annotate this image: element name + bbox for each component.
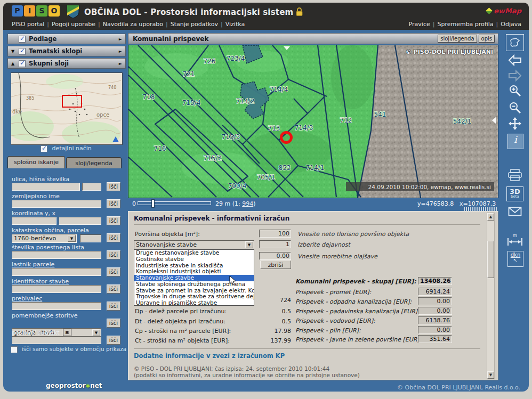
subject-filter-checkbox[interactable]	[11, 346, 18, 353]
pan-button[interactable]	[506, 117, 524, 132]
scroll-up-icon[interactable]: ▲	[487, 213, 494, 221]
scale-slider-handle[interactable]	[151, 199, 155, 208]
dropdown-arrow-icon[interactable]: ▼	[92, 329, 100, 336]
area-input[interactable]	[259, 230, 291, 238]
search-business-button[interactable]: išči	[107, 336, 120, 345]
svg-text:700/4: 700/4	[228, 182, 247, 190]
coordinate-x-input[interactable]	[59, 217, 101, 225]
search-parcel-button[interactable]: išči	[107, 233, 120, 242]
deed-number-input[interactable]	[12, 251, 101, 259]
more-info-link[interactable]: Dodatne informacije v zvezi z izračunom …	[134, 352, 285, 360]
podlage-checkbox[interactable]	[19, 36, 26, 43]
dropdown-arrow-icon[interactable]: ▼	[68, 235, 76, 242]
menu-piso-portal[interactable]: PISO portal	[12, 21, 44, 28]
parcel-owner-link[interactable]: lastnik parcele	[12, 261, 54, 268]
search-geo-name-button[interactable]: išči	[107, 199, 120, 208]
search-building-button[interactable]: išči	[107, 284, 120, 294]
geoprostor-logo[interactable]: geoprostor✱net	[46, 382, 102, 389]
map-sloji-legenda-button[interactable]: sloji/legenda	[438, 35, 477, 43]
expand-right-icon[interactable]: ►	[119, 61, 122, 66]
lock-icon	[295, 7, 303, 17]
menu-stanje-podatkov[interactable]: Stanje podatkov	[171, 21, 218, 28]
calc-scrollbar[interactable]: ▲ ▼	[487, 213, 495, 379]
search-coordinate-button[interactable]: išči	[107, 216, 120, 225]
search-owner-button[interactable]: išči	[107, 267, 120, 276]
clear-button[interactable]: zbriši	[260, 260, 291, 269]
zoom-out-button[interactable]	[506, 101, 524, 116]
scale-ratio-link[interactable]: 994	[242, 200, 253, 207]
overview-minimap[interactable]: 385 740 opce dke	[11, 72, 123, 145]
piso-logo[interactable]: PISO	[12, 5, 61, 17]
building-id-input[interactable]	[12, 285, 101, 293]
business-entity-input[interactable]	[12, 336, 101, 344]
activity-factor-input[interactable]	[259, 240, 291, 248]
house-number-input[interactable]	[82, 183, 101, 191]
skupni-checkbox[interactable]	[19, 60, 26, 67]
collapse-up-icon[interactable]: ▲	[11, 61, 19, 66]
accordion-tematski-sklopi[interactable]: ▼ Tematski sklopi ►	[7, 46, 126, 56]
resident-input[interactable]	[12, 302, 101, 310]
zoom-in-button[interactable]	[506, 84, 524, 99]
geo-name-label: zemljepisno ime	[12, 193, 60, 200]
detail-mode-checkbox[interactable]	[41, 145, 47, 152]
street-input[interactable]	[12, 183, 80, 191]
accordion-skupni-sloji[interactable]: ▲ Skupni sloji ►	[7, 58, 126, 69]
dropdown-option[interactable]: Upravne in pisarniške stavbe	[134, 300, 254, 306]
menu-navodila[interactable]: Navodila za uporabo	[103, 21, 163, 28]
measure-button[interactable]: m	[506, 233, 524, 248]
svg-text:714/4: 714/4	[270, 86, 288, 93]
search-services-button[interactable]: išči	[107, 319, 120, 328]
menu-odjava[interactable]: Odjava	[501, 21, 521, 28]
history-forward-button[interactable]	[506, 69, 524, 84]
search-resident-button[interactable]: išči	[107, 302, 120, 311]
full-extent-button[interactable]	[506, 34, 524, 51]
menu-vizitka[interactable]: Vizitka	[225, 21, 245, 28]
tab-sloji-legenda[interactable]: sloji/legenda	[66, 157, 122, 168]
building-id-link[interactable]: identifikator stavbe	[12, 278, 69, 285]
accordion-podlage[interactable]: Podlage ►	[7, 34, 126, 44]
calc-panel: Komunalni prispevek - informativni izrač…	[128, 211, 498, 380]
cadastral-municipality-select[interactable]: 1760-beričevo▼	[12, 234, 77, 243]
tab-splosno-iskanje[interactable]: splošno iskanje	[7, 156, 65, 168]
map-opis-button[interactable]: opis	[479, 35, 495, 43]
menu-pogoji-uporabe[interactable]: Pogoji uporabe	[52, 21, 95, 28]
print-button[interactable]	[506, 168, 524, 184]
scale-slider-track[interactable]	[138, 201, 211, 205]
business-entity-info-icon[interactable]: ▣	[63, 329, 71, 336]
geo-name-input[interactable]	[12, 200, 101, 208]
param-label: Ct - stroški na m² objekta [EUR]:	[135, 337, 230, 344]
parcel-owner-input[interactable]	[12, 268, 101, 276]
search-street-button[interactable]: išči	[107, 182, 120, 191]
coordinate-link[interactable]: koordinata	[12, 210, 43, 217]
relief-input[interactable]	[259, 252, 291, 260]
menu-sprememba-profila[interactable]: Sprememba profila	[437, 21, 493, 28]
dropdown-option[interactable]: Druge nestanovanjske stavbe	[134, 250, 254, 256]
tematski-checkbox[interactable]	[19, 48, 26, 55]
back-arrow-icon	[507, 54, 522, 67]
menu-pravice[interactable]: Pravice	[409, 21, 430, 28]
expand-right-icon[interactable]: ►	[119, 49, 122, 54]
search-deed-button[interactable]: išči	[107, 250, 120, 259]
collapse-down-icon[interactable]: ▼	[11, 49, 19, 54]
area-hint: Vnesite neto tlorisno površino objekta	[297, 231, 409, 238]
send-mail-button[interactable]	[506, 207, 524, 218]
history-back-button[interactable]	[506, 54, 524, 68]
dkn-layer-button[interactable]: dkn ↖	[507, 251, 523, 267]
scrollbar-thumb[interactable]	[487, 241, 494, 278]
identify-tool-button[interactable]: i	[507, 134, 523, 149]
resident-link[interactable]: prebivalec	[12, 295, 42, 302]
dropdown-arrow-icon[interactable]: ▼	[245, 241, 253, 248]
map-viewport[interactable]: 718 721 726 723/4 714/2 714/4 715/4 715/…	[128, 45, 498, 198]
coordinate-x-readout: x=107087.3	[460, 200, 496, 207]
dropdown-option[interactable]: Gostinske stavbe	[134, 256, 254, 263]
parcel-number-input[interactable]	[80, 234, 101, 242]
activity-select[interactable]: Stanovanjske stavbe▼	[134, 240, 254, 249]
3d-view-button[interactable]: 3D beta	[506, 186, 523, 201]
map-hscroll-strip[interactable]	[464, 207, 498, 211]
param-label: Dp - delež parcele pri izračunu:	[135, 308, 227, 315]
coordinate-y-input[interactable]	[12, 217, 57, 225]
svg-text:541: 541	[374, 111, 386, 118]
svg-text:714/1: 714/1	[306, 164, 325, 172]
expand-right-icon[interactable]: ►	[119, 37, 122, 42]
scroll-down-icon[interactable]: ▼	[487, 371, 494, 379]
